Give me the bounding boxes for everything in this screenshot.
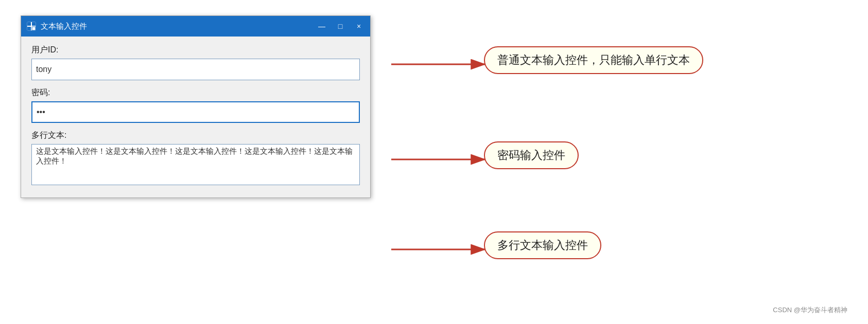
- user-id-label: 用户ID:: [31, 45, 360, 56]
- svg-rect-1: [27, 22, 31, 26]
- minimize-button[interactable]: —: [316, 20, 328, 32]
- svg-rect-4: [32, 27, 36, 30]
- annotations-area: 普通文本输入控件，只能输入单行文本 密码输入控件 多行文本输入控件: [386, 15, 847, 309]
- main-layout: 文本输入控件 — □ × 用户ID: 密码: 多行文本: 这是文本输入控件！这是…: [21, 15, 847, 309]
- annotation-bubble-2: 密码输入控件: [484, 141, 579, 169]
- multiline-input[interactable]: 这是文本输入控件！这是文本输入控件！这是文本输入控件！这是文本输入控件！这是文本…: [31, 144, 360, 185]
- title-bar-controls: — □ ×: [316, 20, 365, 32]
- title-bar: 文本输入控件 — □ ×: [21, 16, 370, 37]
- password-label: 密码:: [31, 87, 360, 98]
- password-input[interactable]: [31, 101, 360, 123]
- annotation-bubble-3: 多行文本输入控件: [484, 231, 601, 259]
- annotation-bubble-1: 普通文本输入控件，只能输入单行文本: [484, 46, 703, 74]
- watermark: CSDN @华为奋斗者精神: [773, 305, 847, 315]
- multiline-label: 多行文本:: [31, 130, 360, 141]
- restore-button[interactable]: □: [334, 20, 346, 32]
- window-body: 用户ID: 密码: 多行文本: 这是文本输入控件！这是文本输入控件！这是文本输入…: [21, 37, 370, 197]
- user-id-input[interactable]: [31, 59, 360, 80]
- svg-rect-3: [27, 27, 31, 30]
- close-button[interactable]: ×: [353, 20, 365, 32]
- window: 文本输入控件 — □ × 用户ID: 密码: 多行文本: 这是文本输入控件！这是…: [21, 15, 371, 198]
- textinput-icon: [26, 21, 37, 31]
- svg-rect-2: [32, 22, 36, 26]
- window-title: 文本输入控件: [41, 22, 316, 31]
